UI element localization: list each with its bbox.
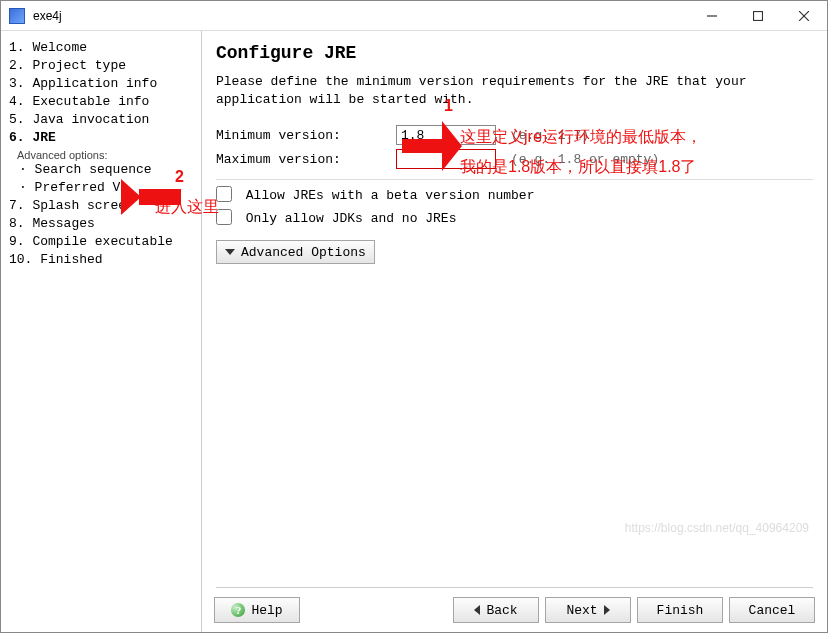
app-icon xyxy=(9,8,25,24)
max-version-input[interactable] xyxy=(396,149,496,169)
advanced-options-list: Search sequencePreferred V xyxy=(19,161,195,197)
advanced-option-item[interactable]: Preferred V xyxy=(19,179,195,197)
wizard-step[interactable]: 7. Splash scree xyxy=(9,197,195,215)
next-button[interactable]: Next xyxy=(545,597,631,623)
help-label: Help xyxy=(251,603,282,618)
window-title: exe4j xyxy=(33,9,689,23)
min-version-hint: (e.g. 1.7) xyxy=(501,128,661,143)
min-version-label: Minimum version: xyxy=(216,128,396,143)
advanced-option-item[interactable]: Search sequence xyxy=(19,161,195,179)
minimize-button[interactable] xyxy=(689,1,735,31)
help-icon: ? xyxy=(231,603,245,617)
advanced-options-header: Advanced options: xyxy=(17,149,195,161)
jdks-checkbox-label: Only allow JDKs and no JREs xyxy=(246,211,457,226)
wizard-step[interactable]: 10. Finished xyxy=(9,251,195,269)
svg-rect-1 xyxy=(754,11,763,20)
finish-label: Finish xyxy=(657,603,704,618)
advanced-options-label: Advanced Options xyxy=(241,245,366,260)
beta-checkbox-row[interactable]: Allow JREs with a beta version number xyxy=(216,188,534,203)
page-description: Please define the minimum version requir… xyxy=(216,73,813,109)
chevron-down-icon xyxy=(225,249,235,255)
help-button[interactable]: ? Help xyxy=(214,597,300,623)
max-version-label: Maximum version: xyxy=(216,152,396,167)
back-label: Back xyxy=(486,603,517,618)
wizard-step[interactable]: 8. Messages xyxy=(9,215,195,233)
cancel-button[interactable]: Cancel xyxy=(729,597,815,623)
beta-checkbox-label: Allow JREs with a beta version number xyxy=(246,188,535,203)
close-button[interactable] xyxy=(781,1,827,31)
title-bar: exe4j xyxy=(1,1,827,31)
wizard-step[interactable]: 2. Project type xyxy=(9,57,195,75)
wizard-step[interactable]: 5. Java invocation xyxy=(9,111,195,129)
min-version-input[interactable] xyxy=(396,125,496,145)
wizard-steps: 1. Welcome2. Project type3. Application … xyxy=(9,39,195,269)
wizard-step[interactable]: 1. Welcome xyxy=(9,39,195,57)
finish-button[interactable]: Finish xyxy=(637,597,723,623)
page-title: Configure JRE xyxy=(216,43,813,63)
wizard-footer: ? Help Back Next Finish Cancel xyxy=(202,588,827,632)
next-label: Next xyxy=(566,603,597,618)
wizard-step[interactable]: 3. Application info xyxy=(9,75,195,93)
beta-checkbox[interactable] xyxy=(216,186,232,202)
wizard-step[interactable]: 9. Compile executable xyxy=(9,233,195,251)
maximize-button[interactable] xyxy=(735,1,781,31)
advanced-options-button[interactable]: Advanced Options xyxy=(216,240,375,264)
jdks-checkbox[interactable] xyxy=(216,209,232,225)
cancel-label: Cancel xyxy=(749,603,796,618)
back-button[interactable]: Back xyxy=(453,597,539,623)
window-controls xyxy=(689,1,827,31)
wizard-step[interactable]: 4. Executable info xyxy=(9,93,195,111)
jdks-checkbox-row[interactable]: Only allow JDKs and no JREs xyxy=(216,211,456,226)
max-version-hint: (e.g. 1.8 or empty) xyxy=(501,152,661,167)
watermark-url: https://blog.csdn.net/qq_40964209 xyxy=(625,521,809,535)
wizard-sidebar: 1. Welcome2. Project type3. Application … xyxy=(1,31,201,632)
wizard-step[interactable]: 6. JRE xyxy=(9,129,195,147)
content-panel: Configure JRE Please define the minimum … xyxy=(202,31,827,587)
